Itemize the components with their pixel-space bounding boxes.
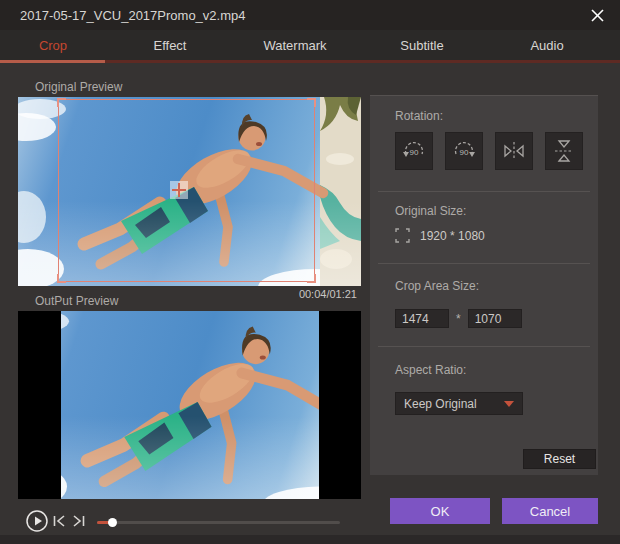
tab-effect[interactable]: Effect <box>135 30 205 60</box>
flip-vertical-icon <box>551 138 577 164</box>
dimensions-icon <box>395 228 410 243</box>
flip-horizontal-button[interactable] <box>495 132 533 170</box>
reset-button[interactable]: Reset <box>523 449 596 469</box>
divider <box>378 191 590 192</box>
original-size-label: Original Size: <box>395 204 466 218</box>
tab-audio[interactable]: Audio <box>515 30 579 60</box>
original-size-row: 1920 * 1080 <box>395 228 485 243</box>
seek-slider-handle[interactable] <box>108 518 117 527</box>
chevron-down-icon <box>504 401 514 407</box>
crop-handle-top-right[interactable] <box>307 98 316 107</box>
crop-size-inputs: * <box>395 309 522 328</box>
rotation-label: Rotation: <box>395 109 443 123</box>
crop-area-size-label: Crop Area Size: <box>395 279 479 293</box>
original-preview <box>18 97 361 286</box>
window-title: 2017-05-17_VCU_2017Promo_v2.mp4 <box>20 8 586 23</box>
divider <box>378 346 590 347</box>
aspect-ratio-value: Keep Original <box>404 397 504 411</box>
aspect-ratio-dropdown[interactable]: Keep Original <box>395 392 523 415</box>
rotate-90-cw-icon: 90 <box>451 138 477 164</box>
cancel-button[interactable]: Cancel <box>502 498 598 524</box>
flip-vertical-button[interactable] <box>545 132 583 170</box>
output-preview-label: OutPut Preview <box>35 294 118 308</box>
crop-selection-rect[interactable] <box>58 99 315 282</box>
crop-height-input[interactable] <box>468 309 522 328</box>
tab-subtitle-label: Subtitle <box>400 38 443 53</box>
dialog-bottom-edge <box>0 535 620 544</box>
tab-audio-label: Audio <box>530 38 563 53</box>
svg-text:90: 90 <box>410 148 419 157</box>
ok-button[interactable]: OK <box>390 498 490 524</box>
seek-slider[interactable] <box>97 521 340 524</box>
crop-handle-bottom-left[interactable] <box>57 274 66 283</box>
crop-handle-top-left[interactable] <box>57 98 66 107</box>
crop-settings-panel: Rotation: 90 90 <box>370 95 598 475</box>
close-icon[interactable] <box>586 4 608 26</box>
title-bar: 2017-05-17_VCU_2017Promo_v2.mp4 <box>0 0 620 30</box>
flip-horizontal-icon <box>501 138 527 164</box>
tab-watermark[interactable]: Watermark <box>255 30 335 60</box>
tab-bar: Crop Effect Watermark Subtitle Audio <box>0 30 620 60</box>
playback-controls <box>0 505 370 535</box>
rotate-90-ccw-icon: 90 <box>401 138 427 164</box>
crop-size-separator: * <box>456 312 461 326</box>
original-preview-label: Original Preview <box>35 80 122 94</box>
tab-effect-label: Effect <box>153 38 186 53</box>
divider <box>378 263 590 264</box>
playback-timestamp: 00:04/01:21 <box>299 288 357 300</box>
crop-move-handle[interactable] <box>170 181 188 199</box>
tab-subtitle[interactable]: Subtitle <box>385 30 459 60</box>
active-tab-indicator <box>0 60 105 63</box>
original-size-value: 1920 * 1080 <box>420 229 485 243</box>
crop-width-input[interactable] <box>395 309 449 328</box>
output-preview-image <box>61 311 319 499</box>
svg-text:90: 90 <box>460 148 469 157</box>
rotation-buttons: 90 90 <box>395 132 583 170</box>
crop-dialog: 2017-05-17_VCU_2017Promo_v2.mp4 Crop Eff… <box>0 0 620 544</box>
next-frame-button[interactable] <box>71 509 87 533</box>
tab-crop-label: Crop <box>39 38 67 53</box>
tab-crop[interactable]: Crop <box>20 30 86 60</box>
aspect-ratio-label: Aspect Ratio: <box>395 363 466 377</box>
rotate-90-cw-button[interactable]: 90 <box>445 132 483 170</box>
previous-frame-button[interactable] <box>51 509 67 533</box>
crop-handle-bottom-right[interactable] <box>307 274 316 283</box>
tab-watermark-label: Watermark <box>263 38 326 53</box>
tab-underline <box>0 60 620 63</box>
play-button[interactable] <box>25 509 49 533</box>
rotate-90-ccw-button[interactable]: 90 <box>395 132 433 170</box>
output-preview <box>18 311 361 499</box>
